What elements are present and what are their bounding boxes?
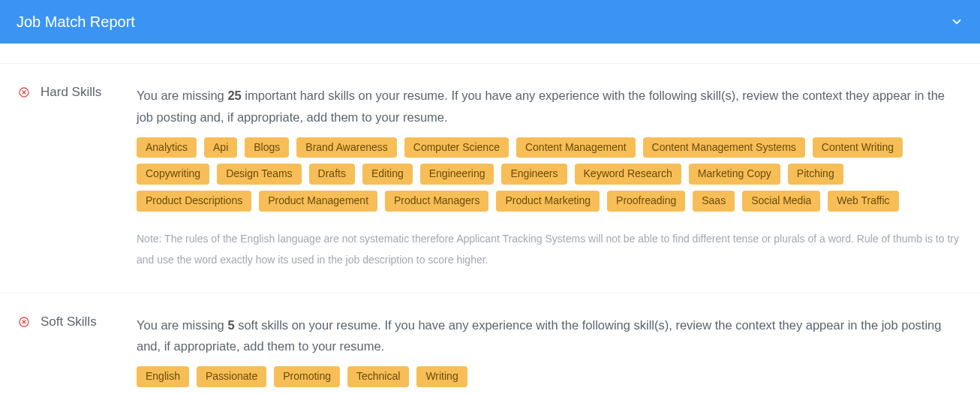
summary-text-mid: important hard skills on your resume. — [242, 89, 452, 102]
missing-count: 25 — [227, 89, 241, 102]
section-summary: You are missing 25 important hard skills… — [137, 85, 962, 128]
skill-tag[interactable]: Passionate — [197, 366, 266, 387]
skill-tag[interactable]: Proofreading — [607, 191, 685, 212]
skill-tag[interactable]: Product Managers — [385, 191, 488, 212]
skill-tag[interactable]: Design Teams — [217, 164, 301, 185]
section-summary: You are missing 5 soft skills on your re… — [137, 314, 962, 358]
error-circle-icon — [18, 85, 41, 270]
page-title: Job Match Report — [17, 14, 135, 31]
skill-tag[interactable]: Engineering — [420, 164, 495, 185]
skill-tag[interactable]: Product Marketing — [496, 191, 600, 212]
summary-text-pre: You are missing — [137, 318, 227, 332]
section-body: You are missing 5 soft skills on your re… — [137, 314, 962, 394]
skill-tag[interactable]: Social Media — [742, 191, 820, 212]
skill-tag[interactable]: Computer Science — [404, 137, 509, 158]
skill-tag[interactable]: Saas — [693, 191, 735, 212]
skill-tag[interactable]: Blogs — [245, 137, 289, 158]
section-body: You are missing 25 important hard skills… — [137, 85, 962, 270]
skill-tag[interactable]: Web Traffic — [828, 191, 898, 212]
skill-tag-list: AnalyticsApiBlogsBrand AwarenessComputer… — [137, 137, 962, 212]
skill-tag[interactable]: Content Writing — [813, 137, 903, 158]
skill-tag[interactable]: Product Descriptions — [137, 191, 251, 212]
skill-tag[interactable]: English — [137, 366, 189, 387]
skill-tag[interactable]: Content Management — [516, 137, 636, 158]
skill-tag[interactable]: Analytics — [137, 137, 197, 158]
skills-section: Soft SkillsYou are missing 5 soft skills… — [0, 293, 980, 394]
skill-tag[interactable]: Copywriting — [137, 164, 209, 185]
page-header[interactable]: Job Match Report — [0, 0, 980, 44]
skill-tag[interactable]: Product Management — [259, 191, 377, 212]
missing-count: 5 — [227, 318, 234, 332]
skill-tag[interactable]: Engineers — [501, 164, 567, 185]
skill-tag[interactable]: Marketing Copy — [689, 164, 780, 185]
summary-text-mid: soft skills on your resume. — [235, 318, 385, 332]
skill-tag[interactable]: Writing — [416, 366, 467, 387]
error-circle-icon — [18, 314, 41, 394]
section-label: Soft Skills — [41, 314, 137, 394]
skill-tag[interactable]: Promoting — [274, 366, 340, 387]
section-note: Note: The rules of the English language … — [137, 228, 962, 270]
skill-tag[interactable]: Editing — [362, 164, 413, 185]
skill-tag[interactable]: Pitching — [788, 164, 843, 185]
skill-tag[interactable]: Keyword Research — [575, 164, 681, 185]
skill-tag[interactable]: Drafts — [309, 164, 355, 185]
skill-tag[interactable]: Brand Awareness — [296, 137, 396, 158]
summary-text-pre: You are missing — [137, 89, 227, 102]
skill-tag[interactable]: Api — [204, 137, 237, 158]
skill-tag[interactable]: Technical — [347, 366, 409, 387]
skill-tag-list: EnglishPassionatePromotingTechnicalWriti… — [137, 366, 962, 387]
skills-section: Hard SkillsYou are missing 25 important … — [0, 63, 980, 293]
chevron-down-icon[interactable] — [950, 15, 963, 29]
skill-tag[interactable]: Content Management Systems — [643, 137, 805, 158]
section-label: Hard Skills — [41, 85, 137, 270]
